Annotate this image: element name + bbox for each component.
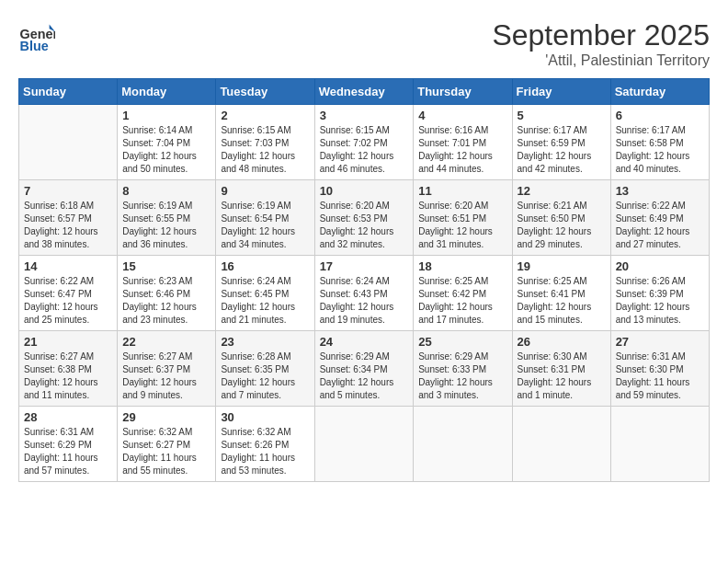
day-number: 25 <box>418 335 506 349</box>
calendar-day-cell: 30Sunrise: 6:32 AMSunset: 6:26 PMDayligh… <box>216 407 314 482</box>
day-number: 15 <box>122 259 210 273</box>
day-info: Sunrise: 6:31 AMSunset: 6:30 PMDaylight:… <box>616 350 704 402</box>
calendar-day-cell: 24Sunrise: 6:29 AMSunset: 6:34 PMDayligh… <box>314 331 414 407</box>
calendar-day-cell: 10Sunrise: 6:20 AMSunset: 6:53 PMDayligh… <box>314 180 414 256</box>
calendar-header-row: SundayMondayTuesdayWednesdayThursdayFrid… <box>19 79 710 105</box>
day-info: Sunrise: 6:24 AMSunset: 6:43 PMDaylight:… <box>320 275 409 327</box>
day-number: 4 <box>418 109 506 122</box>
day-number: 24 <box>320 335 409 349</box>
day-info: Sunrise: 6:16 AMSunset: 7:01 PMDaylight:… <box>418 124 506 176</box>
day-number: 28 <box>24 410 112 424</box>
header-thursday: Thursday <box>414 79 512 105</box>
calendar-day-cell <box>414 407 512 482</box>
day-number: 19 <box>518 259 606 273</box>
calendar-day-cell: 5Sunrise: 6:17 AMSunset: 6:59 PMDaylight… <box>512 105 610 180</box>
svg-text:Blue: Blue <box>20 39 49 53</box>
calendar-day-cell: 14Sunrise: 6:22 AMSunset: 6:47 PMDayligh… <box>19 256 118 331</box>
day-number: 7 <box>24 184 112 198</box>
day-number: 13 <box>616 184 704 198</box>
day-info: Sunrise: 6:26 AMSunset: 6:39 PMDaylight:… <box>616 275 704 327</box>
day-info: Sunrise: 6:32 AMSunset: 6:27 PMDaylight:… <box>122 426 210 477</box>
day-number: 6 <box>616 109 704 122</box>
day-number: 30 <box>221 410 309 424</box>
day-info: Sunrise: 6:18 AMSunset: 6:57 PMDaylight:… <box>24 200 112 251</box>
calendar-table: SundayMondayTuesdayWednesdayThursdayFrid… <box>18 78 710 482</box>
calendar-day-cell: 23Sunrise: 6:28 AMSunset: 6:35 PMDayligh… <box>216 331 314 407</box>
calendar-day-cell: 1Sunrise: 6:14 AMSunset: 7:04 PMDaylight… <box>118 105 216 180</box>
day-number: 26 <box>518 335 606 349</box>
calendar-week-row: 1Sunrise: 6:14 AMSunset: 7:04 PMDaylight… <box>19 105 710 180</box>
calendar-week-row: 28Sunrise: 6:31 AMSunset: 6:29 PMDayligh… <box>19 407 710 482</box>
day-info: Sunrise: 6:22 AMSunset: 6:47 PMDaylight:… <box>24 275 112 327</box>
calendar-day-cell: 17Sunrise: 6:24 AMSunset: 6:43 PMDayligh… <box>314 256 414 331</box>
day-info: Sunrise: 6:19 AMSunset: 6:54 PMDaylight:… <box>221 200 309 251</box>
month-title: September 2025 <box>492 18 710 52</box>
day-info: Sunrise: 6:20 AMSunset: 6:51 PMDaylight:… <box>418 200 506 251</box>
day-number: 3 <box>320 109 409 122</box>
day-info: Sunrise: 6:22 AMSunset: 6:49 PMDaylight:… <box>616 200 704 251</box>
title-block: September 2025 'Attil, Palestinian Terri… <box>492 18 710 69</box>
day-info: Sunrise: 6:15 AMSunset: 7:02 PMDaylight:… <box>320 124 409 176</box>
day-info: Sunrise: 6:20 AMSunset: 6:53 PMDaylight:… <box>320 200 409 251</box>
day-info: Sunrise: 6:25 AMSunset: 6:42 PMDaylight:… <box>418 275 506 327</box>
day-info: Sunrise: 6:17 AMSunset: 6:59 PMDaylight:… <box>518 124 606 176</box>
day-number: 23 <box>221 335 309 349</box>
day-info: Sunrise: 6:29 AMSunset: 6:34 PMDaylight:… <box>320 350 409 402</box>
day-number: 10 <box>320 184 409 198</box>
calendar-day-cell: 25Sunrise: 6:29 AMSunset: 6:33 PMDayligh… <box>414 331 512 407</box>
calendar-day-cell <box>19 105 118 180</box>
day-number: 16 <box>221 259 309 273</box>
day-number: 1 <box>122 109 210 122</box>
day-number: 5 <box>518 109 606 122</box>
day-info: Sunrise: 6:17 AMSunset: 6:58 PMDaylight:… <box>616 124 704 176</box>
calendar-day-cell: 16Sunrise: 6:24 AMSunset: 6:45 PMDayligh… <box>216 256 314 331</box>
calendar-day-cell: 13Sunrise: 6:22 AMSunset: 6:49 PMDayligh… <box>610 180 709 256</box>
day-info: Sunrise: 6:15 AMSunset: 7:03 PMDaylight:… <box>221 124 309 176</box>
day-number: 17 <box>320 259 409 273</box>
calendar-day-cell <box>610 407 709 482</box>
header-saturday: Saturday <box>610 79 709 105</box>
day-info: Sunrise: 6:19 AMSunset: 6:55 PMDaylight:… <box>122 200 210 251</box>
day-info: Sunrise: 6:14 AMSunset: 7:04 PMDaylight:… <box>122 124 210 176</box>
calendar-day-cell: 19Sunrise: 6:25 AMSunset: 6:41 PMDayligh… <box>512 256 610 331</box>
calendar-day-cell: 9Sunrise: 6:19 AMSunset: 6:54 PMDaylight… <box>216 180 314 256</box>
day-number: 11 <box>418 184 506 198</box>
calendar-day-cell: 15Sunrise: 6:23 AMSunset: 6:46 PMDayligh… <box>118 256 216 331</box>
header-friday: Friday <box>512 79 610 105</box>
day-info: Sunrise: 6:27 AMSunset: 6:37 PMDaylight:… <box>122 350 210 402</box>
calendar-day-cell: 8Sunrise: 6:19 AMSunset: 6:55 PMDaylight… <box>118 180 216 256</box>
day-info: Sunrise: 6:27 AMSunset: 6:38 PMDaylight:… <box>24 350 112 402</box>
header-tuesday: Tuesday <box>216 79 314 105</box>
day-info: Sunrise: 6:32 AMSunset: 6:26 PMDaylight:… <box>221 426 309 477</box>
page-header: General Blue September 2025 'Attil, Pale… <box>18 18 710 69</box>
day-info: Sunrise: 6:21 AMSunset: 6:50 PMDaylight:… <box>518 200 606 251</box>
day-number: 21 <box>24 335 112 349</box>
calendar-day-cell: 6Sunrise: 6:17 AMSunset: 6:58 PMDaylight… <box>610 105 709 180</box>
location-title: 'Attil, Palestinian Territory <box>492 52 710 69</box>
calendar-day-cell: 2Sunrise: 6:15 AMSunset: 7:03 PMDaylight… <box>216 105 314 180</box>
calendar-day-cell: 21Sunrise: 6:27 AMSunset: 6:38 PMDayligh… <box>19 331 118 407</box>
calendar-day-cell <box>512 407 610 482</box>
header-sunday: Sunday <box>19 79 118 105</box>
calendar-day-cell: 28Sunrise: 6:31 AMSunset: 6:29 PMDayligh… <box>19 407 118 482</box>
day-info: Sunrise: 6:29 AMSunset: 6:33 PMDaylight:… <box>418 350 506 402</box>
calendar-day-cell: 11Sunrise: 6:20 AMSunset: 6:51 PMDayligh… <box>414 180 512 256</box>
calendar-day-cell: 12Sunrise: 6:21 AMSunset: 6:50 PMDayligh… <box>512 180 610 256</box>
day-number: 18 <box>418 259 506 273</box>
calendar-day-cell: 4Sunrise: 6:16 AMSunset: 7:01 PMDaylight… <box>414 105 512 180</box>
calendar-day-cell: 22Sunrise: 6:27 AMSunset: 6:37 PMDayligh… <box>118 331 216 407</box>
header-wednesday: Wednesday <box>314 79 414 105</box>
header-monday: Monday <box>118 79 216 105</box>
calendar-day-cell: 27Sunrise: 6:31 AMSunset: 6:30 PMDayligh… <box>610 331 709 407</box>
calendar-day-cell: 20Sunrise: 6:26 AMSunset: 6:39 PMDayligh… <box>610 256 709 331</box>
calendar-day-cell: 7Sunrise: 6:18 AMSunset: 6:57 PMDaylight… <box>19 180 118 256</box>
logo-icon: General Blue <box>18 18 55 55</box>
calendar-day-cell: 3Sunrise: 6:15 AMSunset: 7:02 PMDaylight… <box>314 105 414 180</box>
day-info: Sunrise: 6:30 AMSunset: 6:31 PMDaylight:… <box>518 350 606 402</box>
day-number: 14 <box>24 259 112 273</box>
calendar-day-cell: 18Sunrise: 6:25 AMSunset: 6:42 PMDayligh… <box>414 256 512 331</box>
calendar-day-cell <box>314 407 414 482</box>
day-number: 27 <box>616 335 704 349</box>
day-info: Sunrise: 6:25 AMSunset: 6:41 PMDaylight:… <box>518 275 606 327</box>
day-info: Sunrise: 6:23 AMSunset: 6:46 PMDaylight:… <box>122 275 210 327</box>
